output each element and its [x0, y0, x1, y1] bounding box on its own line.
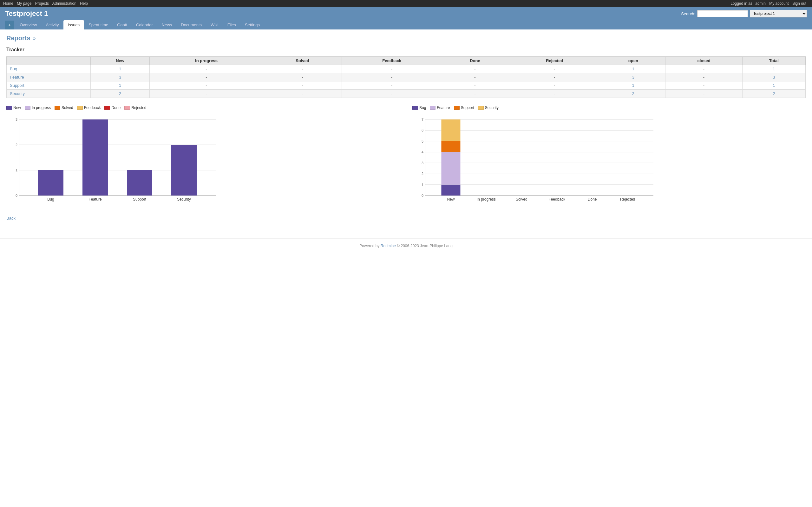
col-new: New [90, 57, 149, 65]
search-area: Search: Testproject 1 [681, 10, 807, 17]
legend-item: Feature [430, 106, 450, 110]
tab-settings[interactable]: Settings [241, 20, 264, 30]
table-cell: - [342, 73, 442, 81]
svg-text:3: 3 [15, 118, 17, 121]
table-cell[interactable]: 1 [742, 65, 805, 73]
table-cell[interactable]: Support [7, 81, 91, 90]
table-cell[interactable]: Security [7, 90, 91, 98]
tab-news[interactable]: News [157, 20, 177, 30]
svg-rect-10 [38, 170, 63, 195]
tab-documents[interactable]: Documents [176, 20, 206, 30]
nav-home[interactable]: Home [3, 1, 13, 6]
table-cell: - [342, 90, 442, 98]
chart2-container: BugFeatureSupportSecurity 01234567NewIn … [412, 106, 806, 208]
table-cell[interactable]: 1 [742, 81, 805, 90]
legend-color [478, 106, 484, 110]
search-input[interactable] [697, 10, 748, 17]
footer: Powered by Redmine © 2006-2023 Jean-Phil… [0, 238, 812, 253]
svg-text:Solved: Solved [516, 197, 527, 202]
table-cell: - [665, 90, 742, 98]
page-heading: Reports » [6, 35, 806, 42]
top-bar-right: Logged in as admin My account Sign out [730, 1, 809, 6]
table-cell: - [665, 65, 742, 73]
table-cell[interactable]: 1 [90, 65, 149, 73]
tracker-tbody: Bug1-----1-1Feature3-----3-3Support1----… [7, 65, 806, 98]
table-cell: - [442, 90, 508, 98]
table-cell[interactable]: 2 [601, 90, 665, 98]
legend-label: Rejected [131, 106, 146, 110]
svg-text:1: 1 [15, 168, 17, 172]
table-cell: - [342, 65, 442, 73]
legend-color [124, 106, 130, 110]
username-link[interactable]: admin [755, 1, 766, 6]
svg-rect-16 [171, 145, 197, 195]
top-bar: Home My page Projects Administration Hel… [0, 0, 812, 7]
svg-text:5: 5 [421, 139, 423, 143]
legend-item: Rejected [124, 106, 146, 110]
chart1-container: NewIn progressSolvedFeedbackDoneRejected… [6, 106, 400, 208]
section-title: Tracker [6, 47, 806, 53]
tab-spent-time[interactable]: Spent time [84, 20, 113, 30]
table-cell: - [442, 81, 508, 90]
table-cell[interactable]: 2 [90, 90, 149, 98]
table-cell[interactable]: 3 [601, 73, 665, 81]
tab-wiki[interactable]: Wiki [206, 20, 223, 30]
svg-text:In progress: In progress [477, 197, 496, 202]
tab-gantt[interactable]: Gantt [113, 20, 132, 30]
logged-in-text: Logged in as [730, 1, 752, 6]
table-cell: - [508, 81, 601, 90]
nav-add-button[interactable]: + [5, 20, 14, 30]
legend-label: Support [461, 106, 474, 110]
table-cell[interactable]: Bug [7, 65, 91, 73]
table-cell[interactable]: 3 [90, 73, 149, 81]
nav-projects[interactable]: Projects [35, 1, 49, 6]
footer-link[interactable]: Redmine [380, 244, 396, 248]
my-account-link[interactable]: My account [769, 1, 789, 6]
svg-rect-12 [83, 119, 108, 195]
nav-help[interactable]: Help [80, 1, 88, 6]
project-title: Testproject 1 [5, 9, 48, 18]
svg-rect-36 [441, 185, 460, 195]
legend-label: In progress [32, 106, 51, 110]
svg-rect-37 [441, 152, 460, 185]
svg-text:2: 2 [421, 172, 423, 176]
col-rejected: Rejected [508, 57, 601, 65]
legend-label: Solved [61, 106, 73, 110]
nav-tabs: + Overview Activity Issues Spent time Ga… [5, 20, 807, 30]
back-link[interactable]: Back [6, 216, 15, 221]
legend-color [77, 106, 83, 110]
table-cell: - [263, 73, 342, 81]
table-cell: - [665, 81, 742, 90]
svg-text:Feedback: Feedback [548, 197, 565, 202]
svg-text:Support: Support [133, 197, 147, 202]
search-label: Search: [681, 11, 695, 16]
legend-color [454, 106, 460, 110]
svg-text:Security: Security [177, 197, 191, 202]
tab-files[interactable]: Files [223, 20, 241, 30]
col-total: Total [742, 57, 805, 65]
legend-label: Done [111, 106, 120, 110]
nav-mypage[interactable]: My page [17, 1, 32, 6]
table-cell[interactable]: 1 [601, 65, 665, 73]
nav-administration[interactable]: Administration [52, 1, 77, 6]
table-cell[interactable]: 1 [601, 81, 665, 90]
table-row: Support1-----1-1 [7, 81, 806, 90]
svg-text:Done: Done [588, 197, 597, 202]
table-cell[interactable]: Feature [7, 73, 91, 81]
tab-issues[interactable]: Issues [63, 20, 84, 30]
tab-overview[interactable]: Overview [15, 20, 41, 30]
legend-color [55, 106, 60, 110]
table-cell: - [150, 81, 263, 90]
table-cell: - [508, 65, 601, 73]
tab-calendar[interactable]: Calendar [132, 20, 157, 30]
project-select[interactable]: Testproject 1 [750, 10, 807, 17]
chart2-area: 01234567NewIn progressSolvedFeedbackDone… [412, 113, 806, 208]
sign-out-link[interactable]: Sign out [792, 1, 806, 6]
table-cell[interactable]: 1 [90, 81, 149, 90]
table-cell[interactable]: 2 [742, 90, 805, 98]
tab-activity[interactable]: Activity [41, 20, 63, 30]
table-cell[interactable]: 3 [742, 73, 805, 81]
legend-item: In progress [25, 106, 51, 110]
chart2-legend: BugFeatureSupportSecurity [412, 106, 806, 110]
legend-item: Support [454, 106, 474, 110]
